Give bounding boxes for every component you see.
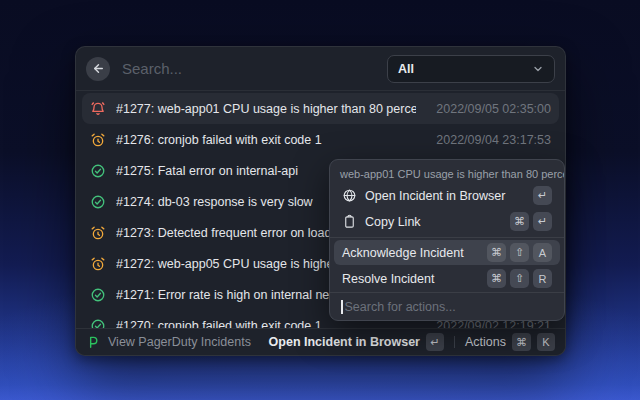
actions-menu-button[interactable]: Actions [465, 335, 506, 349]
incident-title: #1276: cronjob failed with exit code 1 [116, 133, 322, 147]
action-search-placeholder: Search for actions... [345, 300, 456, 314]
check-circle-icon [90, 194, 106, 210]
status-bar: View PagerDuty Incidents Open Incident i… [76, 328, 565, 355]
action-item-label: Resolve Incident [342, 272, 434, 286]
check-circle-icon [90, 163, 106, 179]
globe-icon [342, 188, 357, 203]
action-item-acknowledge[interactable]: Acknowledge Incident ⌘ ⇧ A [334, 240, 560, 265]
incident-title: #1274: db-03 response is very slow [116, 195, 313, 209]
command-title: View PagerDuty Incidents [108, 335, 251, 349]
shortcut-keys: ↵ [533, 186, 552, 205]
incident-row[interactable]: #1276: cronjob failed with exit code 1 2… [82, 124, 559, 155]
incident-timestamp: 2022/09/05 02:35:00 [426, 102, 551, 116]
alarm-clock-icon [90, 225, 106, 241]
key-shift: ⇧ [510, 269, 529, 288]
shortcut-keys: ⌘ ⇧ A [487, 243, 552, 262]
key-cmd: ⌘ [487, 243, 506, 262]
check-circle-icon [90, 318, 106, 329]
key-return: ↵ [533, 212, 552, 231]
incident-title: #1275: Fatal error on internal-api [116, 164, 298, 178]
desktop-background: Search... All #1277: web-app01 CPU usage… [0, 0, 640, 400]
back-button[interactable] [86, 57, 110, 81]
key-k: K [537, 333, 555, 351]
incident-timestamp: 2022/09/04 23:17:53 [426, 133, 551, 147]
alarm-clock-icon [90, 132, 106, 148]
action-item-open-incident[interactable]: Open Incident in Browser ↵ [334, 183, 560, 208]
search-bar: Search... All [76, 47, 565, 91]
action-item-copy-link[interactable]: Copy Link ⌘ ↵ [334, 209, 560, 234]
key-cmd: ⌘ [510, 212, 529, 231]
action-panel: web-app01 CPU usage is higher than 80 pe… [329, 159, 565, 321]
action-item-label: Copy Link [365, 215, 421, 229]
key-return: ↵ [426, 333, 444, 351]
key-a: A [533, 243, 552, 262]
key-cmd: ⌘ [512, 333, 531, 351]
action-item-label: Acknowledge Incident [342, 246, 464, 260]
key-cmd: ⌘ [487, 269, 506, 288]
launcher-window: Search... All #1277: web-app01 CPU usage… [75, 46, 566, 356]
search-input[interactable]: Search... [122, 60, 375, 77]
incident-title: #1277: web-app01 CPU usage is higher tha… [116, 102, 416, 116]
pagerduty-logo-icon [86, 335, 100, 349]
panel-separator [330, 237, 564, 238]
bell-alert-icon [90, 101, 106, 117]
filter-selected-value: All [398, 62, 414, 76]
text-caret [341, 300, 343, 314]
action-item-label: Open Incident in Browser [365, 189, 505, 203]
check-circle-icon [90, 287, 106, 303]
action-item-resolve[interactable]: Resolve Incident ⌘ ⇧ R [334, 266, 560, 291]
incident-title: #1270: cronjob failed with exit code 1 [116, 319, 322, 329]
action-search-input[interactable]: Search for actions... [330, 292, 564, 320]
clipboard-icon [342, 214, 357, 229]
action-panel-header: web-app01 CPU usage is higher than 80 pe… [330, 160, 564, 182]
alarm-clock-icon [90, 256, 106, 272]
key-shift: ⇧ [510, 243, 529, 262]
arrow-left-icon [92, 62, 105, 75]
key-r: R [533, 269, 552, 288]
incident-title: #1271: Error rate is high on internal ne… [116, 288, 359, 302]
divider [454, 336, 455, 348]
chevron-down-icon [532, 63, 544, 75]
incident-row[interactable]: #1277: web-app01 CPU usage is higher tha… [82, 93, 559, 124]
filter-dropdown[interactable]: All [387, 55, 555, 83]
key-return: ↵ [533, 186, 552, 205]
shortcut-keys: ⌘ ↵ [510, 212, 552, 231]
primary-action-button[interactable]: Open Incident in Browser [269, 335, 420, 349]
shortcut-keys: ⌘ ⇧ R [487, 269, 552, 288]
status-bar-actions: Open Incident in Browser ↵ Actions ⌘ K [269, 333, 555, 351]
